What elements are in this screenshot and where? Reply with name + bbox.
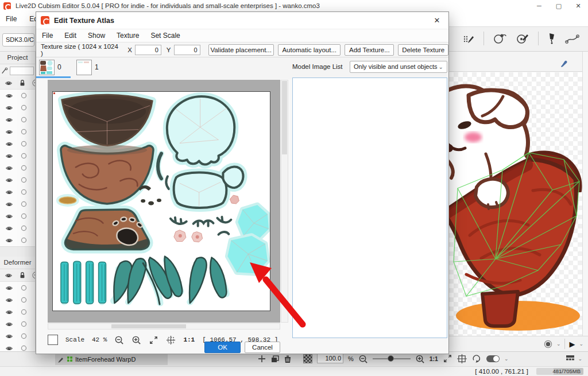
layer-row[interactable] xyxy=(0,126,35,138)
trash-icon[interactable] xyxy=(284,355,292,363)
dialog-menu-edit[interactable]: Edit xyxy=(64,32,76,40)
record-button[interactable] xyxy=(544,340,552,348)
lock-toggle-circle-icon[interactable] xyxy=(21,213,27,219)
dialog-close-button[interactable]: ✕ xyxy=(425,16,448,25)
lock-toggle-circle-icon[interactable] xyxy=(21,297,27,303)
visibility-eye-icon[interactable] xyxy=(5,297,13,304)
visibility-header-eye-icon[interactable] xyxy=(5,272,13,279)
lock-header-icon[interactable] xyxy=(19,272,26,279)
layer-row[interactable] xyxy=(0,174,35,186)
layer-row[interactable] xyxy=(0,102,35,114)
tab-project[interactable]: Project xyxy=(0,52,35,64)
model-canvas[interactable] xyxy=(449,72,582,336)
rotate-view-icon[interactable] xyxy=(471,354,482,363)
lock-toggle-circle-icon[interactable] xyxy=(21,165,27,171)
lock-toggle-circle-icon[interactable] xyxy=(21,345,27,351)
zoom-in-icon[interactable] xyxy=(415,354,425,363)
cancel-button[interactable]: Cancel xyxy=(245,342,280,353)
atlas-horizontal-scrollbar[interactable] xyxy=(48,323,280,330)
lock-toggle-circle-icon[interactable] xyxy=(21,201,27,207)
ok-button[interactable]: OK xyxy=(204,342,241,353)
layer-row[interactable] xyxy=(0,234,35,246)
layer-row[interactable] xyxy=(0,138,35,150)
model-image-list[interactable] xyxy=(292,77,447,338)
add-texture-button[interactable]: Add Texture... xyxy=(345,44,394,56)
play-button[interactable]: ▶ xyxy=(569,340,575,348)
dialog-menu-show[interactable]: Show xyxy=(88,32,105,40)
toggle-options-chevron-icon[interactable]: ⌄ xyxy=(504,356,509,362)
lock-toggle-circle-icon[interactable] xyxy=(21,285,27,291)
visibility-eye-icon[interactable] xyxy=(5,153,13,160)
layer-row[interactable] xyxy=(0,342,35,351)
validate-placement-button[interactable]: Validate placement... xyxy=(208,44,274,56)
actual-size-button[interactable]: 1:1 xyxy=(183,336,195,343)
sdk-version-select[interactable]: SDK3.0/Cu xyxy=(2,33,34,46)
selected-deformer-chip[interactable]: ItemForehead WarpD xyxy=(55,353,168,365)
center-view-icon[interactable] xyxy=(166,335,176,345)
texture-atlas-canvas[interactable]: .halo { fill:none; stroke:#c9f1ef; strok… xyxy=(48,80,280,323)
layer-row[interactable] xyxy=(0,186,35,198)
atlas-vertical-scrollbar[interactable] xyxy=(281,80,288,323)
automatic-layout-button[interactable]: Automatic layout... xyxy=(278,44,341,56)
zoom-in-icon[interactable] xyxy=(131,335,141,344)
lock-toggle-circle-icon[interactable] xyxy=(21,321,27,327)
grid-snap-icon[interactable] xyxy=(457,354,467,363)
delete-texture-button[interactable]: Delete Texture xyxy=(398,44,448,56)
lock-toggle-circle-icon[interactable] xyxy=(21,189,27,195)
menu-file[interactable]: File xyxy=(6,15,17,23)
brush-dots-tool-icon[interactable] xyxy=(462,32,475,45)
visibility-eye-icon[interactable] xyxy=(5,225,13,232)
play-options-chevron-icon[interactable]: ⌄ xyxy=(579,341,583,347)
minimize-button[interactable]: ─ xyxy=(529,0,549,11)
visibility-eye-icon[interactable] xyxy=(5,189,13,196)
layer-row[interactable] xyxy=(0,162,35,174)
visibility-eye-icon[interactable] xyxy=(5,129,13,135)
lock-toggle-circle-icon[interactable] xyxy=(21,153,27,159)
lock-toggle-circle-icon[interactable] xyxy=(21,129,27,135)
maximize-button[interactable]: ▢ xyxy=(549,0,568,11)
visibility-eye-icon[interactable] xyxy=(5,285,13,292)
zoom-out-icon[interactable] xyxy=(114,335,124,344)
texture-thumbnail-0[interactable] xyxy=(39,60,55,75)
canvas-zoom-input[interactable]: 100.0 xyxy=(317,354,343,363)
visibility-eye-icon[interactable] xyxy=(5,92,13,99)
layer-row[interactable] xyxy=(0,282,35,294)
background-transparency-swatch[interactable] xyxy=(303,354,312,363)
lock-toggle-circle-icon[interactable] xyxy=(21,141,27,147)
layer-row[interactable] xyxy=(0,306,35,318)
lock-header-icon[interactable] xyxy=(19,79,26,87)
zoom-slider[interactable] xyxy=(373,355,411,363)
tab-deformer[interactable]: Deformer xyxy=(0,257,35,269)
model-image-filter-select[interactable]: Only visible and unset objects ⌄ xyxy=(350,61,447,73)
x-offset-input[interactable]: 0 xyxy=(135,45,161,55)
fit-view-icon[interactable] xyxy=(149,335,158,345)
duplicate-layers-icon[interactable] xyxy=(270,355,280,363)
background-color-swatch[interactable] xyxy=(48,335,58,345)
add-icon[interactable] xyxy=(257,354,266,363)
layout-grid-icon[interactable] xyxy=(566,355,575,362)
project-filter-input[interactable] xyxy=(10,67,34,75)
actual-size-button[interactable]: 1:1 xyxy=(430,355,438,362)
lock-toggle-circle-icon[interactable] xyxy=(21,237,27,243)
record-options-chevron-icon[interactable]: ⌄ xyxy=(556,341,561,347)
lock-toggle-circle-icon[interactable] xyxy=(21,104,27,111)
layer-row[interactable] xyxy=(0,90,35,102)
y-offset-input[interactable]: 0 xyxy=(174,45,200,55)
view-toggle-switch[interactable] xyxy=(486,355,500,362)
texture-thumbnail-1[interactable] xyxy=(76,60,92,75)
brush-circle-tool-icon[interactable] xyxy=(515,32,530,45)
layer-row[interactable] xyxy=(0,114,35,126)
lock-toggle-circle-icon[interactable] xyxy=(21,177,27,183)
visibility-eye-icon[interactable] xyxy=(5,237,13,244)
visibility-eye-icon[interactable] xyxy=(5,321,13,328)
lock-toggle-circle-icon[interactable] xyxy=(21,333,27,339)
visibility-eye-icon[interactable] xyxy=(5,213,13,220)
visibility-eye-icon[interactable] xyxy=(5,333,13,340)
pen-knife-tool-icon[interactable] xyxy=(547,32,557,45)
layer-row[interactable] xyxy=(0,294,35,306)
layer-row[interactable] xyxy=(0,198,35,210)
layer-row[interactable] xyxy=(0,150,35,162)
visibility-eye-icon[interactable] xyxy=(5,345,13,352)
lock-toggle-circle-icon[interactable] xyxy=(21,117,27,123)
zoom-out-icon[interactable] xyxy=(358,354,368,363)
